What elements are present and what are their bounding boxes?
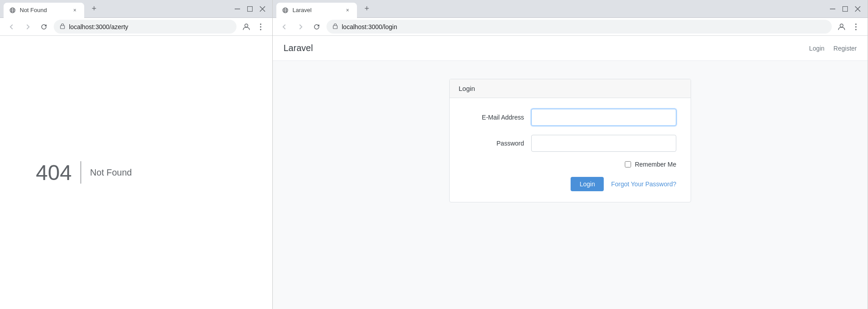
login-card-body: E-Mail Address Password Remember Me [450, 98, 691, 202]
laravel-brand: Laravel [284, 43, 313, 53]
tab-favicon-2 [282, 7, 289, 14]
url-text-2: localhost:3000/login [342, 23, 826, 30]
reload-btn-1[interactable] [38, 21, 50, 33]
new-tab-btn-2[interactable]: + [361, 3, 373, 15]
more-menu-btn-2[interactable] [850, 21, 862, 33]
profile-icon-1[interactable] [240, 21, 253, 33]
forgot-password-link[interactable]: Forgot Your Password? [611, 180, 676, 188]
minimize-btn-1[interactable] [235, 6, 240, 12]
svg-point-11 [260, 23, 262, 25]
profile-icon-2[interactable] [835, 21, 848, 33]
page-content-1: 404 Not Found [0, 36, 272, 309]
title-bar-1: Not Found × + [0, 0, 272, 18]
address-bar-1: localhost:3000/azerty [0, 18, 272, 36]
login-card: Login E-Mail Address Password [449, 79, 691, 202]
close-win-btn-2[interactable] [855, 6, 860, 12]
error-container: 404 Not Found [36, 160, 132, 185]
remember-me-label: Remember Me [635, 161, 676, 168]
laravel-nav-links: Login Register [809, 45, 857, 52]
browser-window-1: Not Found × + [0, 0, 273, 309]
404-page: 404 Not Found [0, 36, 272, 309]
email-form-group: E-Mail Address [464, 109, 676, 126]
reload-btn-2[interactable] [310, 21, 323, 33]
minimize-btn-2[interactable] [830, 6, 835, 12]
forward-btn-2[interactable] [294, 21, 307, 33]
address-bar-2: localhost:3000/login [273, 18, 868, 36]
error-divider [81, 161, 81, 184]
new-tab-btn-1[interactable]: + [88, 3, 100, 15]
login-card-header: Login [450, 79, 691, 98]
error-code: 404 [36, 160, 72, 185]
svg-point-13 [260, 29, 262, 30]
svg-rect-20 [843, 6, 848, 11]
tab-close-1[interactable]: × [71, 6, 79, 14]
nav-register-link[interactable]: Register [834, 45, 857, 52]
remember-me-checkbox[interactable] [625, 161, 631, 167]
toolbar-right-2 [835, 21, 862, 33]
svg-point-26 [855, 26, 857, 27]
url-text-1: localhost:3000/azerty [69, 23, 231, 30]
browser-window-2: Laravel × + [273, 0, 868, 309]
email-input[interactable] [531, 109, 676, 126]
svg-point-27 [855, 29, 857, 30]
security-icon-1 [60, 23, 65, 30]
remember-me-group: Remember Me [464, 161, 676, 168]
login-submit-btn[interactable]: Login [571, 177, 604, 191]
back-btn-2[interactable] [278, 21, 291, 33]
remember-me-inner: Remember Me [625, 161, 676, 168]
security-icon-2 [332, 23, 338, 30]
close-win-btn-1[interactable] [260, 6, 265, 12]
laravel-page: Laravel Login Register Login E-Mail Addr… [273, 36, 868, 309]
password-form-group: Password [464, 135, 676, 152]
window-controls-1 [235, 6, 269, 12]
maximize-btn-1[interactable] [247, 6, 253, 12]
email-label: E-Mail Address [464, 114, 531, 121]
password-label: Password [464, 140, 531, 147]
url-bar-2[interactable]: localhost:3000/login [327, 20, 832, 34]
active-tab-1[interactable]: Not Found × [4, 3, 84, 18]
error-message: Not Found [90, 167, 132, 178]
svg-rect-6 [248, 6, 253, 11]
nav-login-link[interactable]: Login [809, 45, 825, 52]
svg-point-25 [855, 23, 857, 25]
title-bar-2: Laravel × + [273, 0, 868, 18]
svg-point-24 [840, 24, 843, 27]
form-actions: Login Forgot Your Password? [538, 177, 676, 191]
tab-title-2: Laravel [292, 7, 340, 13]
svg-point-10 [245, 24, 248, 27]
laravel-main: Login E-Mail Address Password [273, 61, 868, 309]
tab-title-1: Not Found [20, 7, 67, 13]
laravel-navbar: Laravel Login Register [273, 36, 868, 61]
back-btn-1[interactable] [5, 21, 18, 33]
maximize-btn-2[interactable] [842, 6, 848, 12]
password-input[interactable] [531, 135, 676, 152]
active-tab-2[interactable]: Laravel × [276, 3, 357, 18]
svg-rect-9 [60, 26, 64, 29]
tab-close-2[interactable]: × [344, 6, 352, 14]
window-controls-2 [830, 6, 864, 12]
tab-favicon-1 [9, 7, 16, 14]
svg-rect-23 [333, 26, 337, 29]
toolbar-right-1 [240, 21, 267, 33]
svg-point-12 [260, 26, 262, 27]
forward-btn-1[interactable] [21, 21, 34, 33]
more-menu-btn-1[interactable] [254, 21, 267, 33]
url-bar-1[interactable]: localhost:3000/azerty [54, 20, 236, 34]
